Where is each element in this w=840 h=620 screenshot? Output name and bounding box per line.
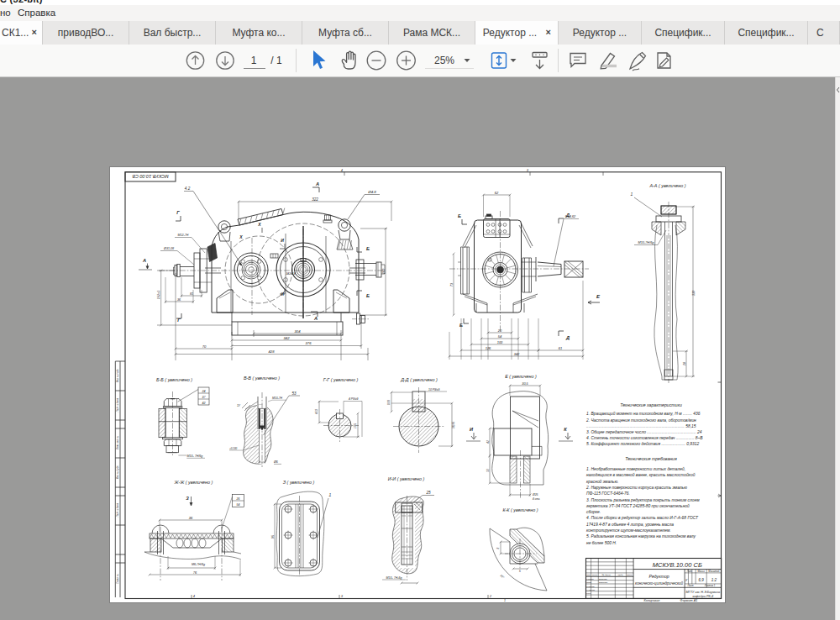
svg-text:376: 376 bbox=[306, 341, 312, 345]
svg-text:24: 24 bbox=[202, 390, 206, 393]
svg-text:Е ( увеличено ): Е ( увеличено ) bbox=[505, 374, 537, 379]
svg-text:330: 330 bbox=[691, 290, 696, 296]
svg-text:322: 322 bbox=[312, 197, 318, 202]
svg-text:Инв. № подл.: Инв. № подл. bbox=[116, 369, 119, 382]
svg-text:54: 54 bbox=[498, 334, 502, 339]
svg-text:30,5: 30,5 bbox=[522, 382, 528, 386]
svg-text:36: 36 bbox=[189, 516, 193, 520]
svg-text:5. Радиальная консольная нагру: 5. Радиальная консольная нагрузка на тих… bbox=[586, 534, 696, 539]
svg-text:304: 304 bbox=[295, 329, 302, 334]
svg-text:1: 1 bbox=[504, 599, 506, 602]
svg-text:Б: Б bbox=[366, 293, 370, 298]
svg-text:/ 1: / 1 bbox=[270, 55, 282, 66]
svg-text:25%: 25% bbox=[434, 55, 454, 66]
svg-text:54: 54 bbox=[237, 503, 240, 507]
svg-text:2. Наружные поверхности корпус: 2. Наружные поверхности корпуса красить … bbox=[585, 486, 687, 490]
svg-text:3: 3 bbox=[527, 169, 528, 172]
svg-text:Технические характеристики: Технические характеристики bbox=[620, 402, 682, 407]
svg-text:Масса: Масса bbox=[697, 570, 705, 573]
svg-text:В-В ( увеличено ): В-В ( увеличено ) bbox=[244, 376, 280, 381]
svg-text:Утв.: Утв. bbox=[586, 592, 591, 595]
svg-text:1:2: 1:2 bbox=[711, 578, 717, 582]
svg-text:Технические требования: Технические требования bbox=[625, 456, 677, 461]
svg-text:10 Р9/к9: 10 Р9/к9 bbox=[428, 388, 439, 391]
svg-text:М6-7Н/6g: М6-7Н/6g bbox=[192, 563, 205, 566]
svg-text:Ø31,08: Ø31,08 bbox=[163, 247, 174, 250]
svg-text:М10- 7Н-6g: М10- 7Н-6g bbox=[386, 576, 402, 580]
svg-text:И-И ( увеличено ): И-И ( увеличено ) bbox=[388, 476, 425, 481]
svg-text:160: 160 bbox=[381, 268, 386, 274]
svg-text:Д: Д bbox=[565, 335, 570, 340]
svg-text:1. Вращающий момент на тихоход: 1. Вращающий момент на тихоходном валу, … bbox=[586, 411, 701, 416]
svg-text:6,9: 6,9 bbox=[698, 578, 704, 582]
svg-text:Ø4.8: Ø4.8 bbox=[367, 190, 376, 194]
svg-text:20: 20 bbox=[497, 328, 502, 333]
svg-text:1. Необработанные поверхности: 1. Необработанные поверхности литых дета… bbox=[586, 466, 685, 471]
svg-text:М10-7Н: М10-7Н bbox=[272, 397, 283, 400]
svg-text:61: 61 bbox=[559, 346, 562, 350]
svg-text:сборке.: сборке. bbox=[586, 510, 601, 514]
svg-text:Подп. и дата: Подп. и дата bbox=[116, 502, 119, 517]
svg-text:Дата: Дата bbox=[626, 574, 633, 576]
svg-text:Б-Б ( увеличено ): Б-Б ( увеличено ) bbox=[156, 377, 192, 382]
svg-text:162±1: 162±1 bbox=[157, 291, 160, 300]
svg-text:Справ. №: Справ. № bbox=[116, 574, 119, 584]
svg-text:Г: Г bbox=[176, 210, 180, 215]
svg-text:М12-7Н: М12-7Н bbox=[178, 234, 189, 237]
svg-text:И: И bbox=[470, 427, 474, 432]
svg-text:4 Р9/к9: 4 Р9/к9 bbox=[349, 397, 359, 401]
svg-text:№ докум.: № докум. bbox=[601, 574, 611, 576]
svg-text:Ø6: Ø6 bbox=[273, 460, 278, 464]
svg-text:М10-7Н/6g: М10-7Н/6g bbox=[638, 241, 655, 244]
svg-text:Лит.: Лит. bbox=[686, 570, 693, 573]
svg-text:у: у bbox=[685, 577, 688, 581]
svg-text:76: 76 bbox=[193, 570, 197, 575]
svg-text:МГТУ им. Н.Э.Баумана: МГТУ им. Н.Э.Баумана bbox=[685, 591, 720, 594]
svg-text:Лист: Лист bbox=[686, 584, 694, 587]
svg-text:53: 53 bbox=[291, 391, 297, 396]
svg-text:Ж-Ж ( увеличено ): Ж-Ж ( увеличено ) bbox=[174, 480, 213, 485]
svg-text:Б: Б bbox=[366, 246, 370, 251]
svg-text:Взам. инв. №: Взам. инв. № bbox=[116, 436, 119, 449]
svg-text:М10- 7Н/6g: М10- 7Н/6g bbox=[187, 454, 203, 458]
svg-text:Б: Б bbox=[458, 213, 461, 218]
svg-text:1У: 1У bbox=[237, 404, 241, 407]
svg-text:100: 100 bbox=[497, 340, 503, 344]
svg-text:красной эмалью.: красной эмалью. bbox=[586, 479, 618, 484]
svg-text:Формат А1: Формат А1 bbox=[680, 599, 698, 602]
svg-text:И: И bbox=[281, 238, 284, 243]
svg-text:Д-Д ( увеличено ): Д-Д ( увеличено ) bbox=[400, 377, 438, 382]
svg-text:4. Степень точности изготовлен: 4. Степень точности изготовления передач… bbox=[586, 436, 703, 440]
svg-text:4: 4 bbox=[341, 169, 343, 172]
svg-text:Б: Б bbox=[459, 323, 463, 328]
svg-text:37: 37 bbox=[202, 396, 207, 399]
svg-text:находящихся в масляной ванне,: находящихся в масляной ванне, красить ма… bbox=[586, 472, 696, 477]
svg-text:Подп. и дата: Подп. и дата bbox=[116, 397, 119, 412]
svg-text:К: К bbox=[564, 427, 567, 432]
svg-text:4 отв.: 4 отв. bbox=[533, 497, 540, 501]
svg-text:Ермаков: Ермаков bbox=[599, 581, 608, 584]
svg-text:8,93: 8,93 bbox=[387, 400, 391, 405]
svg-text:Листов 1: Листов 1 bbox=[704, 584, 716, 587]
svg-text:4: 4 bbox=[193, 595, 195, 598]
svg-text:К-К ( увеличено ): К-К ( увеличено ) bbox=[502, 507, 538, 512]
svg-text:1: 1 bbox=[329, 492, 332, 497]
svg-text:5: 5 bbox=[519, 570, 521, 573]
svg-text:36: 36 bbox=[177, 298, 181, 302]
svg-text:Инв. № дубл.: Инв. № дубл. bbox=[116, 465, 119, 479]
svg-text:70: 70 bbox=[202, 344, 207, 349]
svg-text:Д: Д bbox=[565, 213, 570, 218]
svg-text:428: 428 bbox=[269, 349, 276, 354]
svg-text:Т.контр.: Т.контр. bbox=[586, 586, 595, 588]
svg-text:контролируется щупом-маслоуказ: контролируется щупом-маслоуказателем. bbox=[586, 528, 671, 533]
svg-text:4. После сборки в редуктор зал: 4. После сборки в редуктор залить масло … bbox=[586, 516, 699, 520]
svg-text:Изм: Изм bbox=[586, 574, 591, 576]
svg-text:10°: 10° bbox=[499, 574, 505, 580]
svg-text:32: 32 bbox=[486, 469, 490, 472]
svg-text:Лист: Лист bbox=[591, 574, 597, 576]
svg-text:коническо-цилиндрический: коническо-цилиндрический bbox=[635, 581, 684, 586]
svg-text:73: 73 bbox=[450, 282, 454, 286]
svg-text:26: 26 bbox=[236, 497, 240, 501]
svg-text:герметика УТ-34 ГОСТ 24285-80: герметика УТ-34 ГОСТ 24285-80 при оконча… bbox=[586, 503, 690, 508]
svg-text:ПФ-115 ГОСТ-6464-76.: ПФ-115 ГОСТ-6464-76. bbox=[586, 491, 630, 496]
